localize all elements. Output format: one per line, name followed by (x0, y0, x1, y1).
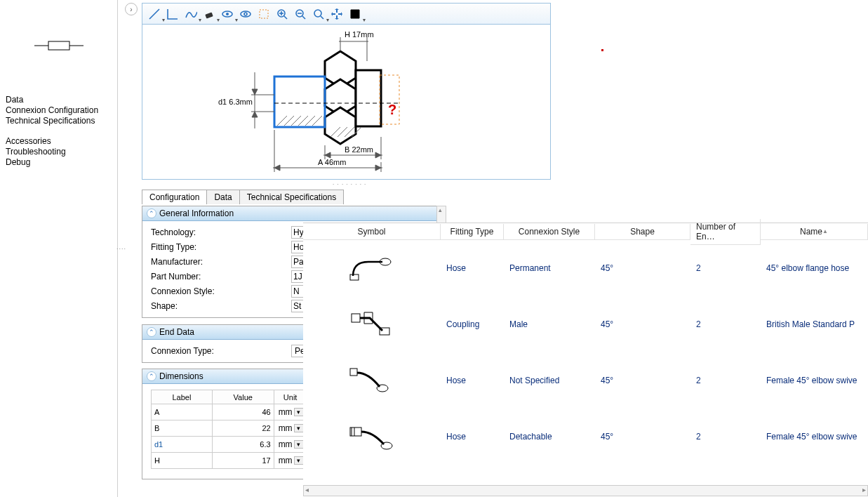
sidebar-item-tech-specs[interactable]: Technical Specifications (4, 116, 116, 126)
expand-panel-button[interactable]: › (125, 3, 138, 15)
symbol-icon (303, 253, 441, 283)
svg-line-3 (149, 9, 159, 19)
dim-column[interactable]: Unit (274, 390, 307, 404)
select-region-icon[interactable] (256, 6, 272, 22)
cell-num-ends: 2 (690, 432, 761, 442)
svg-marker-52 (274, 165, 280, 171)
drawing-toolbar (142, 4, 550, 25)
visibility-single-icon[interactable] (238, 6, 253, 22)
svg-point-60 (377, 385, 388, 392)
results-row[interactable]: CouplingMale45°2British Male Standard P (303, 296, 868, 352)
svg-marker-53 (375, 165, 381, 171)
draw-line-icon[interactable] (147, 6, 162, 22)
panel-general-title: General Information (159, 208, 234, 218)
results-row[interactable]: HosePermanent45°245° elbow flange hose (303, 240, 868, 296)
stray-pixel (601, 49, 603, 51)
dim-label-cell: d1 (152, 437, 213, 453)
collapse-icon[interactable]: ⌃ (147, 327, 156, 337)
cell-name: Female 45° elbow swive (761, 432, 868, 442)
results-col-name[interactable]: Name (761, 224, 868, 240)
cell-num-ends: 2 (690, 376, 761, 385)
tab-tech-specs[interactable]: Technical Specifications (239, 190, 344, 204)
unit-select[interactable]: mm▾ (277, 456, 304, 465)
cell-num-ends: 2 (690, 263, 761, 273)
svg-marker-42 (252, 89, 258, 95)
drawing-canvas[interactable]: H 17mm d1 6.3mm B 22mm A 46mm (142, 25, 550, 179)
field-label: Manufacturer: (151, 257, 291, 267)
collapse-icon[interactable]: ⌃ (147, 208, 156, 218)
sidebar-item-accessories[interactable]: Accessories (4, 136, 116, 147)
results-row[interactable]: HoseDetachable45°2Female 45° elbow swive (303, 409, 868, 465)
svg-line-18 (321, 16, 323, 19)
cell-connexion-style: Permanent (504, 263, 595, 273)
field-label: Technology: (151, 227, 291, 237)
svg-rect-56 (352, 314, 360, 322)
results-col-num-ends[interactable]: Number of En… (690, 219, 761, 245)
dim-h-label: H 17mm (345, 30, 374, 39)
dim-value-cell[interactable]: 22 (212, 420, 274, 437)
cell-shape: 45° (595, 432, 690, 442)
svg-marker-48 (375, 152, 381, 158)
cell-connexion-style: Detachable (504, 432, 595, 442)
zoom-out-icon[interactable] (293, 6, 308, 22)
unit-select[interactable]: mm▾ (277, 407, 304, 417)
splitter-horizontal[interactable]: · · · · · · · · (333, 181, 366, 187)
sidebar-item-connexion-config[interactable]: Connexion Configuration (4, 105, 116, 116)
svg-point-64 (381, 442, 392, 449)
dim-value-cell[interactable]: 46 (212, 404, 274, 420)
dim-label-cell: B (152, 420, 213, 437)
cell-fitting-type: Hose (441, 376, 504, 385)
unit-select[interactable]: mm▾ (277, 423, 304, 433)
results-list-popup: Symbol Fitting Type Connexion Style Shap… (303, 223, 868, 496)
pan-icon[interactable] (329, 6, 345, 22)
cell-name: Female 45° elbow swive (761, 376, 868, 385)
cell-num-ends: 2 (690, 319, 761, 329)
symbol-icon (303, 366, 441, 395)
cell-shape: 45° (595, 319, 690, 329)
cell-shape: 45° (595, 263, 690, 273)
question-mark-icon: ? (388, 102, 396, 118)
field-label: Connexion Type: (151, 346, 291, 356)
collapse-icon[interactable]: ⌃ (147, 371, 156, 381)
svg-line-11 (284, 16, 287, 19)
results-hscrollbar[interactable] (303, 485, 868, 496)
field-label: Fitting Type: (151, 242, 291, 252)
sidebar-item-debug[interactable]: Debug (4, 157, 116, 168)
dim-value-cell[interactable]: 17 (212, 453, 274, 469)
results-col-connexion-style[interactable]: Connexion Style (504, 224, 595, 240)
zoom-in-icon[interactable] (274, 6, 290, 22)
unit-select[interactable]: mm▾ (277, 439, 304, 449)
sidebar-item-troubleshooting[interactable]: Troubleshooting (4, 147, 116, 157)
tab-data[interactable]: Data (206, 190, 239, 204)
sidebar: Data Connexion Configuration Technical S… (0, 0, 118, 497)
svg-point-8 (244, 13, 247, 15)
draw-angle-icon[interactable] (165, 6, 180, 22)
svg-marker-21 (325, 107, 356, 144)
zoom-fit-icon[interactable] (311, 6, 326, 22)
svg-rect-4 (205, 12, 213, 18)
erase-icon[interactable] (201, 6, 217, 22)
svg-point-17 (314, 10, 321, 17)
results-row[interactable]: HoseNot Specified45°2Female 45° elbow sw… (303, 352, 868, 409)
results-col-shape[interactable]: Shape (595, 224, 690, 240)
svg-rect-9 (260, 10, 268, 18)
dim-column[interactable]: Value (212, 390, 274, 404)
svg-line-15 (302, 16, 305, 19)
dim-label-cell: H (152, 453, 213, 469)
dim-column[interactable]: Label (152, 390, 213, 404)
cell-connexion-style: Not Specified (504, 376, 595, 385)
visibility-all-icon[interactable] (220, 6, 235, 22)
field-label: Shape: (151, 301, 291, 311)
tab-configuration[interactable]: Configuration (142, 190, 207, 204)
dim-b-label: B 22mm (345, 145, 373, 154)
results-col-symbol[interactable]: Symbol (303, 224, 441, 240)
splitter-vertical[interactable]: ···· (118, 0, 125, 497)
sidebar-item-data[interactable]: Data (4, 95, 116, 105)
dim-value-cell[interactable]: 6.3 (212, 437, 274, 453)
draw-free-icon[interactable] (183, 6, 199, 22)
cell-fitting-type: Hose (441, 263, 504, 273)
svg-rect-22 (356, 70, 381, 126)
grid-icon[interactable] (347, 6, 363, 22)
symbol-icon (303, 422, 441, 451)
results-col-fitting-type[interactable]: Fitting Type (441, 224, 504, 240)
